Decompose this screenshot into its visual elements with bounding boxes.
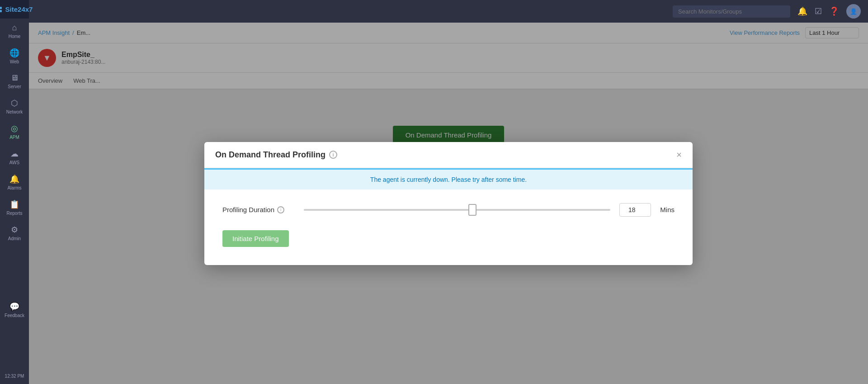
sidebar-item-admin[interactable]: ⚙ Admin — [0, 220, 29, 246]
top-nav: 🔔 ☑ ❓ 👤 — [29, 0, 868, 23]
web-icon: 🌐 — [9, 48, 19, 58]
sidebar-item-label: Web — [10, 59, 19, 64]
sidebar-item-alarms[interactable]: 🔔 Alarms — [0, 170, 29, 195]
main-content: 🔔 ☑ ❓ 👤 APM Insight / Em... View Perform… — [29, 0, 868, 384]
reports-icon: 📋 — [9, 199, 19, 209]
help-icon[interactable]: ❓ — [829, 6, 839, 16]
sidebar-item-label: Reports — [6, 211, 22, 216]
bell-icon[interactable]: 🔔 — [797, 6, 807, 16]
profiling-duration-label: Profiling Duration i — [222, 206, 295, 213]
content-area: APM Insight / Em... View Performance Rep… — [29, 23, 868, 384]
sidebar-item-label: Alarms — [7, 185, 21, 190]
apm-icon: ◎ — [11, 123, 18, 133]
mins-label: Mins — [660, 206, 675, 213]
server-icon: 🖥 — [10, 73, 19, 83]
duration-input[interactable] — [619, 203, 651, 217]
search-input[interactable] — [673, 5, 790, 18]
alert-banner: The agent is currently down. Please try … — [204, 168, 693, 190]
network-icon: ⬡ — [11, 98, 18, 108]
sidebar-item-aws[interactable]: ☁ AWS — [0, 144, 29, 170]
sidebar-item-label: Server — [8, 84, 21, 89]
sidebar-item-server[interactable]: 🖥 Server — [0, 69, 29, 94]
feedback-icon: 💬 — [9, 302, 19, 312]
profiling-duration-row: Profiling Duration i Mins — [222, 203, 675, 217]
sidebar-item-label: Feedback — [5, 313, 24, 318]
modal: On Demand Thread Profiling i × The agent… — [204, 142, 693, 265]
alert-message: The agent is currently down. Please try … — [370, 176, 527, 183]
aws-icon: ☁ — [10, 149, 19, 159]
modal-body: Profiling Duration i Mins Initiate P — [204, 190, 693, 265]
sidebar-item-web[interactable]: 🌐 Web — [0, 43, 29, 69]
avatar[interactable]: 👤 — [846, 4, 861, 19]
slider-track[interactable] — [304, 209, 610, 211]
app-logo[interactable]: Site24x7 — [0, 0, 29, 19]
topnav-right: 🔔 ☑ ❓ 👤 — [673, 4, 861, 19]
sidebar-time: 12:32 PM — [5, 374, 24, 384]
title-info-icon[interactable]: i — [329, 151, 337, 159]
sidebar-item-label: Network — [6, 109, 23, 114]
initiate-profiling-button[interactable]: Initiate Profiling — [222, 230, 289, 247]
modal-overlay: On Demand Thread Profiling i × The agent… — [29, 23, 868, 384]
sidebar-item-label: Admin — [8, 236, 21, 241]
slider-fill — [304, 209, 472, 211]
sidebar-item-apm[interactable]: ◎ APM — [0, 119, 29, 144]
sidebar-item-label: Home — [9, 34, 21, 39]
check-square-icon[interactable]: ☑ — [815, 6, 822, 16]
sidebar-item-label: APM — [9, 135, 19, 140]
slider-thumb[interactable] — [468, 204, 476, 216]
logo-grid-icon — [0, 7, 2, 12]
home-icon: ⌂ — [12, 23, 17, 33]
sidebar-item-feedback[interactable]: 💬 Feedback — [0, 297, 29, 322]
profiling-duration-info-icon[interactable]: i — [277, 206, 284, 213]
slider-container — [304, 209, 610, 211]
sidebar-item-reports[interactable]: 📋 Reports — [0, 195, 29, 220]
modal-header: On Demand Thread Profiling i × — [204, 142, 693, 168]
sidebar-item-home[interactable]: ⌂ Home — [0, 19, 29, 43]
admin-icon: ⚙ — [11, 225, 18, 235]
sidebar: Site24x7 ⌂ Home 🌐 Web 🖥 Server ⬡ Network… — [0, 0, 29, 384]
sidebar-item-label: AWS — [9, 160, 19, 165]
modal-title: On Demand Thread Profiling i — [215, 150, 337, 160]
modal-close-button[interactable]: × — [676, 150, 682, 159]
sidebar-item-network[interactable]: ⬡ Network — [0, 94, 29, 119]
alarms-icon: 🔔 — [9, 174, 19, 184]
logo-text: Site24x7 — [5, 5, 33, 13]
